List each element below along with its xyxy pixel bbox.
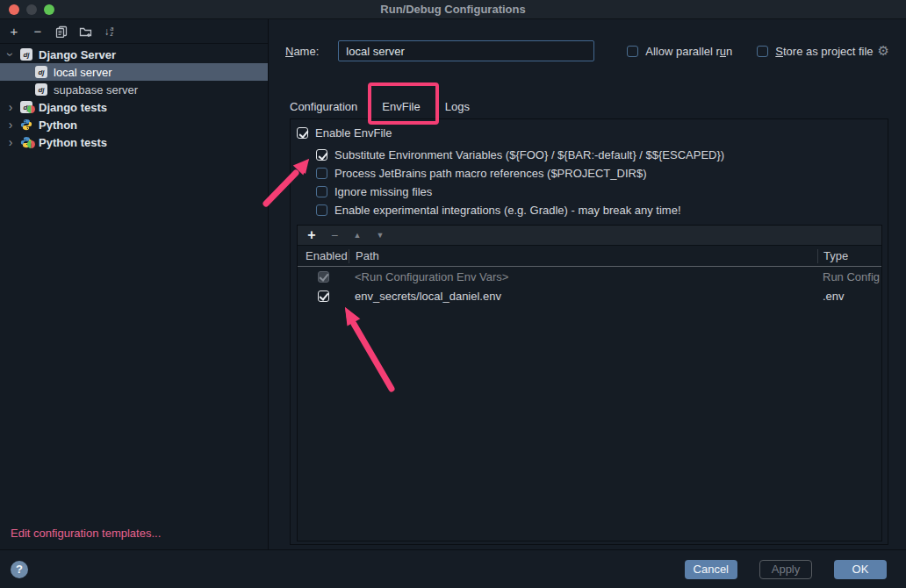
- configurations-sidebar: + − ↓ az › dj Django Server dj loca: [0, 19, 269, 549]
- tab-envfile[interactable]: EnvFile: [370, 93, 432, 119]
- tree-item-label: Django tests: [39, 101, 107, 114]
- chevron-down-icon[interactable]: ›: [4, 48, 17, 61]
- tree-item-python-tests[interactable]: › Python tests: [0, 133, 268, 151]
- tab-configuration[interactable]: Configuration: [277, 93, 370, 119]
- checkbox-label: Enable experimental integrations (e.g. G…: [334, 204, 681, 217]
- copy-configuration-icon[interactable]: [54, 25, 68, 39]
- chevron-right-icon[interactable]: ›: [4, 101, 17, 113]
- enable-envfile-checkbox[interactable]: Enable EnvFile: [297, 124, 888, 142]
- run-debug-configurations-dialog: Run/Debug Configurations + − ↓ az › dj D…: [0, 0, 906, 588]
- sidebar-toolbar: + − ↓ az: [0, 19, 268, 44]
- table-toolbar: + − ▲ ▼: [298, 226, 881, 246]
- store-as-project-file-checkbox[interactable]: Store as project file: [757, 45, 873, 58]
- test-results-icon: [27, 103, 35, 116]
- row-enabled-checkbox[interactable]: [318, 290, 329, 302]
- move-down-icon[interactable]: ▼: [374, 231, 386, 240]
- tree-item-label: local server: [54, 66, 111, 79]
- python-tests-icon: [20, 136, 32, 148]
- new-folder-icon[interactable]: [78, 25, 92, 39]
- row-enabled-checkbox: [318, 271, 329, 283]
- tree-item-django-server[interactable]: › dj Django Server: [0, 46, 268, 63]
- table-header: Enabled Path Type: [298, 246, 881, 267]
- experimental-integrations-checkbox[interactable]: Enable experimental integrations (e.g. G…: [316, 201, 888, 219]
- window-title: Run/Debug Configurations: [0, 3, 906, 16]
- add-env-file-icon[interactable]: +: [306, 227, 318, 243]
- envfile-tab-panel: Enable EnvFile Substitute Environment Va…: [290, 118, 888, 545]
- checkbox-box[interactable]: [316, 168, 327, 179]
- titlebar: Run/Debug Configurations: [0, 0, 906, 19]
- checkbox-label: Enable EnvFile: [315, 126, 392, 140]
- tree-item-local-server[interactable]: dj local server: [0, 63, 268, 81]
- gear-icon[interactable]: ⚙: [878, 43, 889, 59]
- checkbox-box[interactable]: [627, 46, 638, 57]
- django-icon: dj: [20, 48, 32, 61]
- tree-item-supabase-server[interactable]: dj supabase server: [0, 81, 268, 98]
- ignore-missing-files-checkbox[interactable]: Ignore missing files: [316, 183, 888, 201]
- remove-env-file-icon[interactable]: −: [328, 228, 341, 242]
- checkbox-box[interactable]: [316, 204, 327, 216]
- column-header-enabled[interactable]: Enabled: [298, 249, 349, 262]
- row-type: .env: [817, 290, 881, 303]
- django-tests-icon: dj: [20, 101, 32, 113]
- chevron-right-icon[interactable]: ›: [4, 118, 17, 131]
- tab-logs[interactable]: Logs: [433, 93, 482, 119]
- process-path-macro-checkbox[interactable]: Process JetBrains path macro references …: [316, 164, 888, 183]
- table-row[interactable]: <Run Configuration Env Vars> Run Config: [298, 267, 881, 286]
- tree-item-label: Python: [39, 118, 77, 132]
- dialog-footer: ? Cancel Apply OK: [0, 549, 906, 588]
- checkbox-box[interactable]: [316, 186, 327, 197]
- chevron-right-icon[interactable]: ›: [4, 136, 17, 148]
- tree-item-label: Python tests: [39, 136, 107, 149]
- django-icon: dj: [35, 83, 47, 96]
- name-input[interactable]: [338, 40, 594, 61]
- row-type: Run Config: [817, 270, 881, 283]
- tree-item-python[interactable]: › Python: [0, 116, 268, 133]
- edit-configuration-templates-link[interactable]: Edit configuration templates...: [11, 527, 161, 540]
- move-up-icon[interactable]: ▲: [351, 231, 363, 240]
- apply-button[interactable]: Apply: [759, 560, 812, 579]
- column-header-type[interactable]: Type: [817, 249, 881, 263]
- remove-configuration-icon[interactable]: −: [31, 25, 45, 39]
- tree-item-label: supabase server: [54, 83, 138, 97]
- tab-bar: Configuration EnvFile Logs: [277, 93, 482, 119]
- tree-item-label: Django Server: [39, 48, 116, 61]
- configuration-detail-panel: Name: Allow parallel run Store as projec…: [269, 19, 906, 549]
- test-results-icon: [27, 138, 35, 151]
- checkbox-label: Store as project file: [775, 45, 873, 58]
- name-label: Name:: [285, 45, 319, 58]
- help-icon[interactable]: ?: [11, 561, 28, 578]
- checkbox-label: Process JetBrains path macro references …: [334, 167, 646, 180]
- row-path: env_secrets/local_daniel.env: [349, 290, 817, 303]
- name-row: Name: Allow parallel run Store as projec…: [285, 40, 894, 61]
- configurations-tree: › dj Django Server dj local server dj su…: [0, 44, 268, 151]
- checkbox-label: Substitute Environment Variables (${FOO}…: [334, 148, 724, 161]
- python-icon: [20, 118, 32, 131]
- add-configuration-icon[interactable]: +: [7, 25, 21, 39]
- django-icon: dj: [35, 66, 47, 78]
- cancel-button[interactable]: Cancel: [685, 560, 737, 579]
- table-row[interactable]: env_secrets/local_daniel.env .env: [298, 286, 881, 305]
- checkbox-label: Ignore missing files: [334, 185, 432, 198]
- ok-button[interactable]: OK: [834, 560, 887, 579]
- allow-parallel-run-checkbox[interactable]: Allow parallel run: [627, 45, 732, 58]
- checkbox-box[interactable]: [757, 46, 768, 57]
- env-files-table: + − ▲ ▼ Enabled Path Type <Run Configura…: [297, 225, 882, 541]
- checkbox-box[interactable]: [297, 127, 308, 139]
- checkbox-label: Allow parallel run: [645, 45, 732, 58]
- row-path: <Run Configuration Env Vars>: [349, 270, 817, 283]
- substitute-env-vars-checkbox[interactable]: Substitute Environment Variables (${FOO}…: [316, 146, 888, 164]
- column-header-path[interactable]: Path: [349, 249, 817, 263]
- checkbox-box[interactable]: [316, 149, 327, 161]
- tree-item-django-tests[interactable]: › dj Django tests: [0, 98, 268, 116]
- sort-configurations-icon[interactable]: ↓ az: [102, 25, 116, 39]
